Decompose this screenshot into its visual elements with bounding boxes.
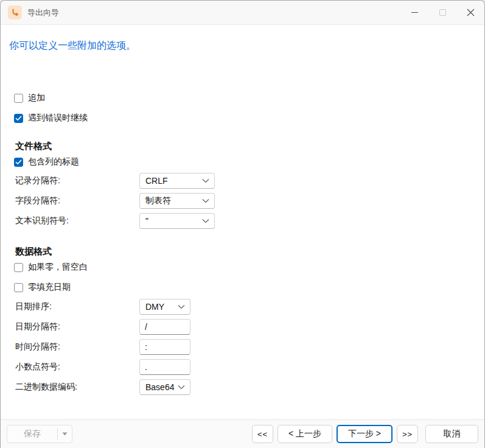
- date-order-select[interactable]: DMY: [139, 299, 190, 315]
- footer: 保存 << < 上一步 下一步 > >> 取消: [1, 419, 484, 448]
- next-step-button[interactable]: 下一步 >: [337, 425, 393, 443]
- minimize-button[interactable]: [400, 1, 428, 25]
- page-title: 你可以定义一些附加的选项。: [9, 40, 484, 52]
- checkbox-append[interactable]: 追加: [1, 93, 484, 103]
- decimal-symbol-label: 小数点符号:: [15, 362, 139, 373]
- checkbox-box[interactable]: [14, 283, 23, 292]
- checkbox-label: 追加: [28, 93, 45, 103]
- check-icon: [15, 159, 22, 165]
- decimal-symbol-input[interactable]: [139, 359, 190, 375]
- save-split-button[interactable]: 保存: [7, 425, 72, 443]
- minimize-icon: [411, 12, 418, 13]
- checkbox-box[interactable]: [14, 94, 23, 103]
- chevron-down-icon: [202, 198, 209, 203]
- selected-value: ": [145, 216, 148, 226]
- field-delimiter-label: 字段分隔符:: [15, 195, 139, 206]
- checkbox-continue-on-error[interactable]: 遇到错误时继续: [1, 113, 484, 123]
- date-delimiter-label: 日期分隔符:: [15, 321, 139, 332]
- selected-value: 制表符: [145, 195, 171, 206]
- binary-encoding-label: 二进制数据编码:: [15, 382, 139, 393]
- chevron-down-icon: [202, 219, 209, 223]
- first-step-button[interactable]: <<: [252, 425, 273, 443]
- selected-value: CRLF: [145, 176, 168, 186]
- checkbox-label: 包含列的标题: [28, 156, 79, 167]
- last-step-button[interactable]: >>: [397, 425, 418, 443]
- titlebar: 导出向导: [1, 1, 484, 25]
- checkbox-label: 如果零，留空白: [28, 262, 88, 273]
- text-qualifier-label: 文本识别符号:: [15, 215, 139, 226]
- save-button[interactable]: 保存: [7, 425, 57, 443]
- checkbox-zero-pad-date[interactable]: 零填充日期: [1, 282, 484, 292]
- field-delimiter-select[interactable]: 制表符: [139, 193, 215, 209]
- checkbox-box[interactable]: [14, 158, 23, 167]
- checkbox-include-column-titles[interactable]: 包含列的标题: [1, 157, 484, 167]
- chevron-down-icon: [202, 178, 209, 183]
- previous-step-button[interactable]: < 上一步: [277, 425, 332, 443]
- record-delimiter-label: 记录分隔符:: [15, 175, 139, 186]
- chevron-down-icon: [178, 385, 185, 390]
- selected-value: Base64: [145, 382, 174, 392]
- record-delimiter-select[interactable]: CRLF: [139, 173, 215, 189]
- selected-value: DMY: [145, 302, 164, 312]
- checkbox-label: 零填充日期: [28, 282, 71, 293]
- time-delimiter-label: 时间分隔符:: [15, 341, 139, 352]
- cancel-button[interactable]: 取消: [425, 425, 478, 443]
- window-title: 导出向导: [27, 7, 400, 18]
- maximize-button[interactable]: [428, 1, 456, 25]
- export-wizard-window: 导出向导 你可以定义一些附加的选项。 追加 遇到错误时继续 文件格式: [0, 0, 485, 448]
- date-delimiter-input[interactable]: [139, 319, 190, 335]
- close-icon: [467, 9, 475, 16]
- close-button[interactable]: [456, 1, 484, 25]
- checkbox-blank-if-zero[interactable]: 如果零，留空白: [1, 262, 484, 272]
- section-file-format: 文件格式: [15, 141, 484, 152]
- text-qualifier-select[interactable]: ": [139, 213, 215, 229]
- time-delimiter-input[interactable]: [139, 339, 190, 355]
- check-icon: [15, 116, 22, 121]
- save-dropdown-button[interactable]: [58, 425, 72, 443]
- checkbox-box[interactable]: [14, 263, 23, 272]
- dropdown-triangle-icon: [62, 432, 68, 436]
- export-arrow-icon: [8, 5, 22, 19]
- chevron-down-icon: [178, 304, 185, 309]
- section-data-format: 数据格式: [15, 246, 484, 257]
- binary-encoding-select[interactable]: Base64: [139, 379, 190, 395]
- maximize-icon: [439, 9, 446, 16]
- date-order-label: 日期排序:: [15, 301, 139, 312]
- checkbox-box[interactable]: [14, 114, 23, 123]
- checkbox-label: 遇到错误时继续: [28, 113, 88, 124]
